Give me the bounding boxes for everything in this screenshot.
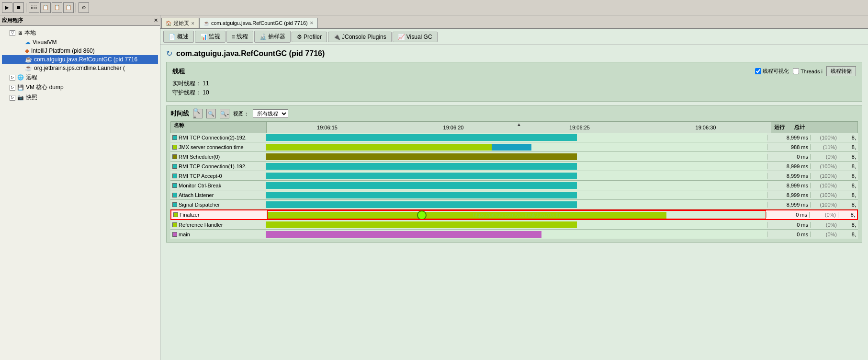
thread-dump-button[interactable]: 线程转储 xyxy=(826,66,856,76)
toolbar-btn-2[interactable]: ⏹ xyxy=(13,2,24,13)
thread-color-3 xyxy=(172,154,177,159)
tree-item-snapshot[interactable]: ▷ 📷 快照 xyxy=(2,93,158,103)
live-threads-value: 11 xyxy=(203,80,209,87)
bar-4-1 xyxy=(266,163,577,170)
tree-expand-vmdump[interactable]: ▷ xyxy=(10,85,15,91)
tab-refcountgc-close[interactable]: ✕ xyxy=(310,21,314,25)
view-select[interactable]: 所有线程 运行线程 等待线程 xyxy=(253,109,288,118)
thread-run-9: 0 ms xyxy=(766,212,809,218)
thread-bar-4 xyxy=(266,162,767,171)
thread-name-9: Finalizer xyxy=(171,211,267,219)
live-threads-label: 实时线程： xyxy=(172,80,201,87)
toolbar-btn-6[interactable]: 📋 xyxy=(63,2,74,13)
tree-item-remote[interactable]: ▷ 🌐 远程 xyxy=(2,72,158,82)
refresh-icon[interactable]: ↻ xyxy=(166,49,172,58)
tree-expand-local[interactable]: ▽ xyxy=(10,30,15,36)
page-title-row: ↻ com.atguigu.java.RefCountGC (pid 7716) xyxy=(166,49,862,58)
tree-item-refcountgc[interactable]: ☕ com.atguigu.java.RefCountGC (pid 7716 xyxy=(2,55,158,64)
thread-bar-7 xyxy=(266,190,767,199)
thread-name-11: main xyxy=(170,231,266,238)
zoom-reset-btn[interactable]: 🔍 xyxy=(206,109,216,118)
thread-pct-10: (0%) xyxy=(810,222,839,228)
timeline-section: 时间线 🔍+ 🔍 🔍- 视图： 所有线程 运行线程 等待线程 xyxy=(166,105,862,243)
time-label-1: 19:06:15 xyxy=(317,125,338,130)
thread-total-3: 8, xyxy=(839,154,858,160)
thread-row-5: RMI TCP Accept-0 8,999 ms (100%) 8, xyxy=(170,171,858,181)
thread-row-8: Signal Dispatcher 8,999 ms (100%) 8, xyxy=(170,200,858,209)
tree-item-visualvm[interactable]: ☁ VisualVM xyxy=(2,38,158,46)
thread-total-8: 8, xyxy=(839,202,858,208)
tree-expand-snapshot[interactable]: ▷ xyxy=(10,95,15,101)
thread-name-5: RMI TCP Accept-0 xyxy=(170,172,266,180)
content-area: ↻ com.atguigu.java.RefCountGC (pid 7716)… xyxy=(160,45,868,360)
nav-tab-overview-label: 概述 xyxy=(177,33,189,41)
thread-bar-10 xyxy=(266,220,767,229)
thread-name-1: RMI TCP Connection(2)-192. xyxy=(170,134,266,141)
thread-total-6: 8, xyxy=(839,183,858,188)
view-label: 视图： xyxy=(233,110,249,117)
thread-bar-6 xyxy=(266,181,767,190)
live-threads-row: 实时线程： 11 xyxy=(172,79,856,88)
zoom-out-btn[interactable]: 🔍- xyxy=(220,109,229,118)
nav-tab-jconsole[interactable]: 🔌 JConsole Plugins xyxy=(328,32,392,42)
nav-tab-threads[interactable]: ≡ 线程 xyxy=(226,31,253,43)
bar-9-1 xyxy=(267,212,666,219)
thread-total-10: 8, xyxy=(839,222,858,228)
viz-checkbox-label[interactable]: 线程可视化 xyxy=(755,68,789,75)
toolbar-btn-5[interactable]: 📋 xyxy=(52,2,62,13)
thread-bar-8 xyxy=(266,200,767,209)
tree-item-jps[interactable]: ☕ org.jetbrains.jps.cmdline.Launcher ( xyxy=(2,64,158,72)
daemon-threads-label: 守护线程： xyxy=(172,89,201,96)
thread-run-7: 8,999 ms xyxy=(767,192,810,198)
tab-refcountgc[interactable]: ☕ com.atguigu.java.RefCountGC (pid 7716)… xyxy=(199,18,318,28)
tree-label-snapshot: 快照 xyxy=(26,93,37,102)
nav-tab-visualgc[interactable]: 📈 Visual GC xyxy=(393,32,438,42)
zoom-in-btn[interactable]: 🔍+ xyxy=(193,109,203,118)
tab-start-close[interactable]: ✕ xyxy=(191,21,195,26)
tree-label-refcountgc: com.atguigu.java.RefCountGC (pid 7716 xyxy=(34,56,137,63)
thread-name-4: RMI TCP Connection(1)-192. xyxy=(170,163,266,170)
threads-i-checkbox-label[interactable]: Threads i xyxy=(793,68,823,74)
threads-i-label: Threads i xyxy=(800,69,823,74)
thread-bar-5 xyxy=(266,171,767,180)
tab-start-page[interactable]: 🏠 起始页 ✕ xyxy=(161,18,199,28)
run-spacer: 运行 总计 xyxy=(771,122,857,133)
thread-name-10: Reference Handler xyxy=(170,221,266,229)
thread-run-6: 8,999 ms xyxy=(767,183,810,188)
thread-run-10: 0 ms xyxy=(767,222,810,228)
thread-stats: 实时线程： 11 守护线程： 10 xyxy=(172,79,856,97)
left-panel-title: 应用程序 xyxy=(2,17,23,24)
thread-row-2: JMX server connection time 988 ms (11%) … xyxy=(170,142,858,152)
tree-item-local[interactable]: ▽ 🖥 本地 xyxy=(2,28,158,38)
nav-tab-profiler[interactable]: ⚙ Profiler xyxy=(292,32,327,42)
toolbar-btn-1[interactable]: ▶ xyxy=(2,2,12,13)
nav-tab-overview[interactable]: 📄 概述 xyxy=(163,31,194,43)
nav-tab-sampler[interactable]: 🔬 抽样器 xyxy=(254,31,291,43)
toolbar-btn-3[interactable]: ⠿⠿ xyxy=(29,2,39,13)
threads-i-checkbox[interactable] xyxy=(793,68,799,74)
tree-item-intellij[interactable]: ◆ IntelliJ Platform (pid 860) xyxy=(2,46,158,55)
time-label-2: 19:06:20 xyxy=(443,125,464,130)
left-panel-close[interactable]: ✕ xyxy=(154,17,158,23)
timeline-header: 时间线 🔍+ 🔍 🔍- 视图： 所有线程 运行线程 等待线程 xyxy=(170,109,858,118)
thread-pct-6: (100%) xyxy=(810,183,839,188)
tree-expand-remote[interactable]: ▷ xyxy=(10,75,15,81)
tree-item-vmdump[interactable]: ▷ 💾 VM 核心 dump xyxy=(2,82,158,93)
right-panel: 🏠 起始页 ✕ ☕ com.atguigu.java.RefCountGC (p… xyxy=(160,15,868,360)
viz-checkbox[interactable] xyxy=(755,68,761,74)
col-total-header: 总计 xyxy=(794,124,805,131)
thread-pct-3: (0%) xyxy=(810,154,839,160)
thread-section-header: 线程 线程可视化 Threads i 线程转储 xyxy=(172,66,856,76)
toolbar-btn-4[interactable]: 📋 xyxy=(40,2,51,13)
thread-name-6: Monitor Ctrl-Break xyxy=(170,182,266,189)
bar-1-1 xyxy=(266,134,577,141)
timeline-title: 时间线 xyxy=(170,109,189,118)
toolbar-btn-7[interactable]: ⊙ xyxy=(79,2,89,13)
thread-pct-8: (100%) xyxy=(810,202,839,208)
time-label-3: 19:06:25 xyxy=(569,125,590,130)
nav-tab-monitor[interactable]: 📊 监视 xyxy=(195,31,225,43)
thread-run-1: 8,999 ms xyxy=(767,135,810,140)
tab-refcountgc-label: com.atguigu.java.RefCountGC (pid 7716) xyxy=(211,20,308,26)
thread-pct-4: (100%) xyxy=(810,163,839,169)
thread-bar-11 xyxy=(266,230,767,239)
